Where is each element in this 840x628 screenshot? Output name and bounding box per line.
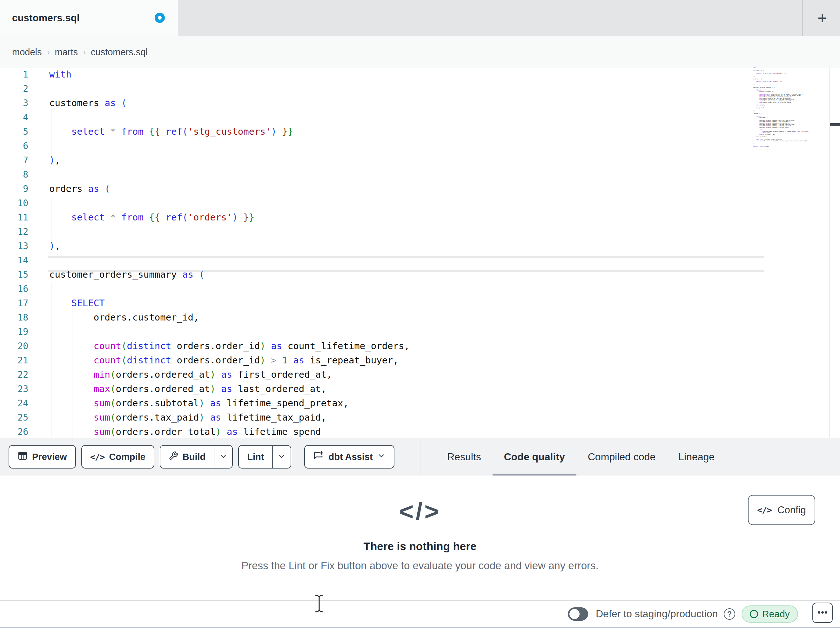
code-line: 13),: [0, 239, 840, 253]
toggle-knob: [569, 609, 579, 619]
breadcrumb-item-file[interactable]: customers.sql: [91, 47, 148, 57]
preview-button-label: Preview: [32, 452, 67, 462]
wrench-icon: [169, 451, 178, 463]
code-line: 18 orders.customer_id,: [0, 310, 840, 325]
help-icon[interactable]: ?: [724, 608, 735, 620]
tab-code-quality[interactable]: Code quality: [493, 438, 576, 476]
code-line: 14: [0, 253, 840, 267]
code-line: 23 max(orders.ordered_at) as last_ordere…: [0, 382, 840, 396]
line-number: 25: [0, 410, 28, 425]
compile-button-label: Compile: [109, 452, 145, 462]
tab-compiled-code[interactable]: Compiled code: [576, 438, 667, 476]
line-number: 21: [0, 353, 28, 367]
minimap[interactable]: withcustomers as ( select * from {{ ref(…: [753, 67, 828, 150]
line-number: 22: [0, 367, 28, 382]
breadcrumb-item-marts[interactable]: marts: [55, 47, 78, 57]
line-number: 18: [0, 310, 28, 325]
chat-sparkle-icon: [313, 451, 324, 463]
breadcrumb-item-models[interactable]: models: [12, 47, 42, 57]
code-line: 22 min(orders.ordered_at) as first_order…: [0, 367, 840, 382]
defer-label: Defer to staging/production: [596, 601, 718, 627]
line-number: 11: [0, 210, 28, 225]
code-line: 7),: [0, 153, 840, 168]
ready-status-badge[interactable]: Ready: [742, 606, 798, 623]
code-line: 1with: [0, 67, 840, 82]
line-number: 1: [0, 67, 28, 82]
file-tab-title: customers.sql: [12, 13, 80, 24]
defer-toggle[interactable]: [568, 607, 588, 621]
tab-results[interactable]: Results: [436, 438, 493, 476]
code-line: 2: [0, 82, 840, 96]
toolbar-divider: [420, 438, 420, 476]
code-line: 9orders as (: [0, 182, 840, 196]
preview-button[interactable]: Preview: [9, 445, 76, 468]
tabbar-divider: [802, 0, 803, 36]
line-number: 19: [0, 325, 28, 339]
lint-dropdown-button[interactable]: [272, 446, 291, 468]
code-line: 16: [0, 282, 840, 296]
file-tab-customers-sql[interactable]: customers.sql: [0, 0, 178, 36]
build-button[interactable]: Build: [160, 446, 214, 468]
tab-lineage[interactable]: Lineage: [667, 438, 726, 476]
chevron-down-icon: [377, 452, 385, 462]
code-line: 26 sum(orders.order_total) as lifetime_s…: [0, 425, 840, 439]
code-line: 4: [0, 110, 840, 125]
code-line: 11 select * from {{ ref('orders') }}: [0, 210, 840, 225]
ready-status-label: Ready: [762, 609, 790, 619]
line-number: 5: [0, 125, 28, 139]
code-line: 24 sum(orders.subtotal) as lifetime_spen…: [0, 396, 840, 410]
lint-button[interactable]: Lint: [239, 446, 272, 468]
code-line: 19: [0, 325, 840, 339]
line-number: 3: [0, 96, 28, 110]
empty-state-subtitle: Press the Lint or Fix button above to ev…: [0, 560, 840, 572]
line-number: 17: [0, 296, 28, 310]
chevron-down-icon: [219, 452, 227, 462]
line-number: 24: [0, 396, 28, 410]
unsaved-changes-dot-icon: [155, 13, 165, 23]
code-line: 10: [0, 196, 840, 210]
results-panel: </> Config </> There is nothing here Pre…: [0, 476, 840, 600]
code-line: 25 sum(orders.tax_paid) as lifetime_tax_…: [0, 410, 840, 425]
line-number: 26: [0, 425, 28, 439]
new-tab-button[interactable]: +: [805, 0, 840, 36]
code-line: 8: [0, 168, 840, 182]
more-options-button[interactable]: [812, 603, 833, 623]
status-circle-icon: [750, 610, 758, 618]
line-number: 12: [0, 225, 28, 239]
empty-state: </> There is nothing here Press the Lint…: [0, 476, 840, 600]
dbt-assist-button-label: dbt Assist: [328, 452, 373, 462]
line-number: 10: [0, 196, 28, 210]
compile-button[interactable]: </> Compile: [81, 445, 154, 468]
ellipsis-icon: [816, 606, 829, 619]
code-line: 12: [0, 225, 840, 239]
bottom-edge-strip: [0, 627, 840, 628]
scrollbar-thumb[interactable]: [830, 123, 840, 126]
build-button-label: Build: [183, 452, 206, 462]
dbt-assist-button[interactable]: dbt Assist: [304, 445, 394, 468]
code-editor[interactable]: 1with23customers as (45 select * from {{…: [0, 68, 840, 438]
line-number: 7: [0, 153, 28, 168]
line-number: 16: [0, 282, 28, 296]
code-line: 5 select * from {{ ref('stg_customers') …: [0, 125, 840, 139]
breadcrumb-separator: ›: [83, 47, 86, 57]
code-line: 17 SELECT: [0, 296, 840, 310]
text-cursor-pointer: [314, 594, 325, 614]
code-line: 6: [0, 139, 840, 153]
line-number: 20: [0, 339, 28, 353]
line-number: 15: [0, 267, 28, 282]
table-grid-icon: [17, 451, 28, 463]
breadcrumb-separator: ›: [47, 47, 50, 57]
line-number: 8: [0, 168, 28, 182]
code-line: 21 count(distinct orders.order_id) > 1 a…: [0, 353, 840, 367]
lint-button-label: Lint: [247, 452, 264, 462]
breadcrumb: models › marts › customers.sql: [12, 36, 148, 68]
code-brackets-icon: </>: [90, 452, 105, 462]
breadcrumb-row: models › marts › customers.sql: [0, 36, 840, 68]
line-number: 23: [0, 382, 28, 396]
build-dropdown-button[interactable]: [214, 446, 232, 468]
panel-toolbar: Preview </> Compile Build: [0, 438, 840, 476]
chevron-down-icon: [278, 452, 286, 462]
status-bar: Defer to staging/production ? Ready: [0, 600, 840, 627]
editor-tab-bar: customers.sql +: [0, 0, 840, 36]
code-line: 3customers as (: [0, 96, 840, 110]
